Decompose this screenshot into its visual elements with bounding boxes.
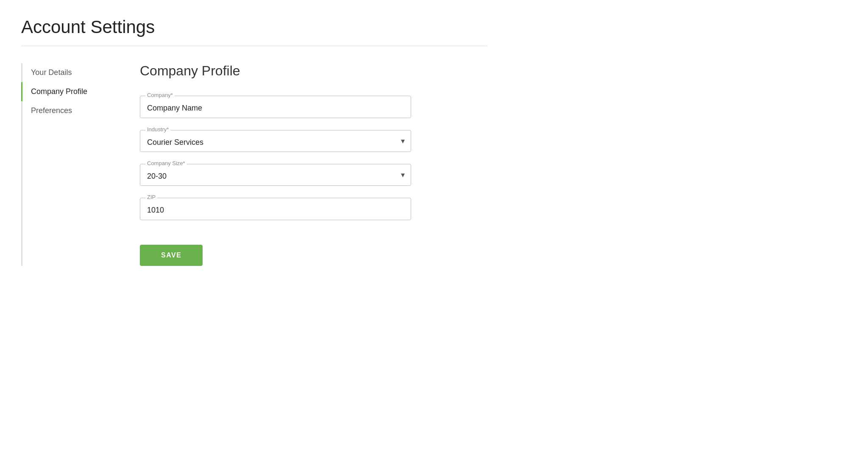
industry-field-group: Industry* Courier Services Technology Fi… (140, 130, 411, 152)
zip-input[interactable] (140, 198, 411, 220)
sidebar-item-company-profile[interactable]: Company Profile (21, 82, 114, 101)
sidebar: Your Details Company Profile Preferences (21, 63, 114, 266)
page-title: Account Settings (21, 17, 487, 37)
sidebar-item-your-details[interactable]: Your Details (21, 63, 114, 82)
page-container: Account Settings Your Details Company Pr… (0, 0, 509, 283)
zip-field-wrapper: ZIP (140, 198, 411, 220)
industry-field-wrapper: Industry* Courier Services Technology Fi… (140, 130, 411, 152)
company-size-field-wrapper: Company Size* 1-10 10-20 20-30 30-50 50-… (140, 164, 411, 186)
company-field-group: Company* (140, 96, 411, 118)
section-title: Company Profile (140, 63, 411, 79)
company-size-select[interactable]: 1-10 10-20 20-30 30-50 50-100 100+ (140, 164, 411, 185)
sidebar-item-preferences[interactable]: Preferences (21, 101, 114, 120)
save-button[interactable]: SAVE (140, 245, 203, 266)
zip-field-group: ZIP (140, 198, 411, 220)
main-content: Company Profile Company* Industry* Couri… (140, 63, 411, 266)
industry-select[interactable]: Courier Services Technology Finance Heal… (140, 130, 411, 152)
content-layout: Your Details Company Profile Preferences… (21, 63, 487, 266)
divider (21, 46, 487, 46)
company-input[interactable] (140, 96, 411, 118)
company-field-wrapper: Company* (140, 96, 411, 118)
company-size-field-group: Company Size* 1-10 10-20 20-30 30-50 50-… (140, 164, 411, 186)
